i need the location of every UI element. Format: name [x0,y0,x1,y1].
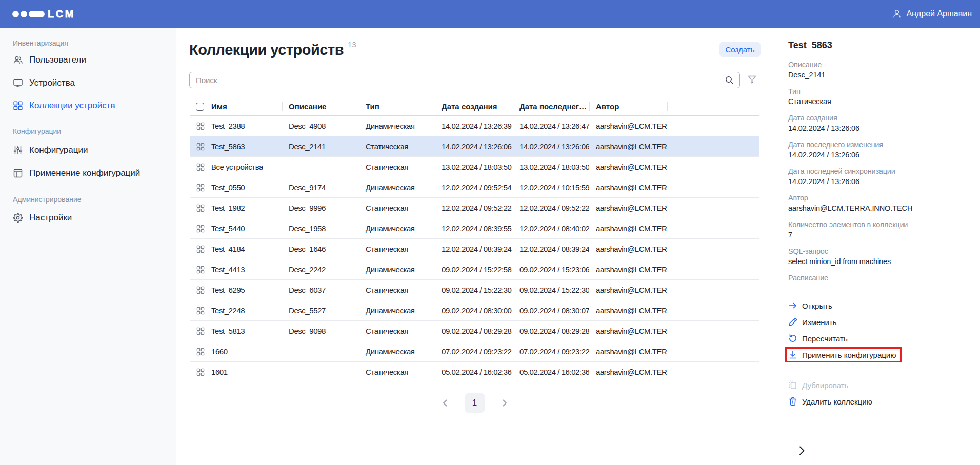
next-page-button[interactable] [499,398,510,408]
grid-icon [13,100,23,111]
table-row[interactable]: Test_4413Desc_2242Динамическая09.02.2024… [190,259,759,280]
grid-handle-icon [196,348,205,356]
detail-field: Дата создания14.02.2024 / 13:26:06 [788,113,973,139]
cell-author: aarshavin@LCM.TERRA.INNO.TECH [589,300,667,320]
sidebar-item-devices[interactable]: Устройства [13,72,75,94]
cell-name: Test_5863 [190,136,282,156]
search-icon[interactable] [725,75,734,87]
cell-description: Desc_1646 [282,239,359,259]
cell-type: Динамическая [359,177,435,197]
user-menu[interactable]: Андрей Аршавин [892,9,972,19]
cell-author: aarshavin@LCM.TERRA.INNO.TECH [589,177,667,197]
cell-extra [667,136,759,156]
cell-extra [667,177,759,197]
table-row[interactable]: Test_5863Desc_2141Статическая14.02.2024 … [190,136,759,157]
title-row: Коллекции устройств 13 [189,41,356,58]
action-copy: Дублировать [788,377,973,393]
table-row[interactable]: Test_5440Desc_1958Динамическая12.02.2024… [190,218,759,239]
cell-description: Desc_4908 [282,116,359,136]
arrow-right-icon [788,301,797,310]
field-value: aarshavin@LCM.TERRA.INNO.TECH [788,203,973,214]
grid-handle-icon [196,368,205,376]
cell-extra [667,280,759,300]
search-bar [189,72,740,88]
action-arrow-right[interactable]: Открыть [788,297,973,314]
header-author: Автор [589,97,667,115]
sidebar-item-label: Пользователи [29,55,86,65]
panel-collapse-button[interactable] [795,444,808,457]
table-row[interactable]: 1660Динамическая07.02.2024 / 09:23:2207.… [190,341,759,362]
table-row[interactable]: Все устройстваСтатическая13.02.2024 / 18… [190,157,759,177]
grid-handle-icon [196,225,205,233]
sidebar-item-label: Настройки [29,213,72,223]
sidebar-section-configurations: Конфигурации [13,127,61,136]
logo-pill-icon [29,11,45,17]
cell-description: Desc_6037 [282,280,359,300]
action-pencil[interactable]: Изменить [788,314,973,330]
select-all-checkbox[interactable] [196,103,204,111]
brand-name: LCM [48,8,75,20]
detail-field: Расписание [788,273,973,299]
sidebar-item-settings[interactable]: Настройки [13,207,72,229]
sidebar-item-users[interactable]: Пользователи [13,49,86,71]
cell-modified: 12.02.2024 / 08:39:24 [513,239,589,259]
cell-modified: 13.02.2024 / 18:03:50 [513,157,589,177]
table-row[interactable]: 1601Статическая05.02.2024 / 16:02:3605.0… [190,362,759,382]
collections-table: Имя Описание Тип Дата создания Дата посл… [190,97,759,382]
table-row[interactable]: Test_1982Desc_9996Статическая12.02.2024 … [190,198,759,218]
cell-modified: 07.02.2024 / 09:23:22 [513,341,589,361]
cell-author: aarshavin@LCM.TERRA.INNO.TECH [589,136,667,156]
cell-author: aarshavin@LCM.TERRA.INNO.TECH [589,321,667,341]
grid-handle-icon [196,245,205,253]
grid-handle-icon [196,184,205,192]
cell-description [282,157,359,177]
table-row[interactable]: Test_5813Desc_9098Статическая09.02.2024 … [190,321,759,341]
cell-description: Desc_9174 [282,177,359,197]
search-input[interactable] [189,72,740,88]
action-refresh[interactable]: Пересчитать [788,330,973,347]
sidebar-section-administration: Администрирование [13,195,82,204]
table-row[interactable]: Test_2248Desc_5527Динамическая09.02.2024… [190,300,759,321]
create-button[interactable]: Создать [719,42,761,57]
cell-modified: 09.02.2024 / 15:22:30 [513,280,589,300]
cell-type: Статическая [359,198,435,218]
cell-extra [667,321,759,341]
header-type: Тип [359,97,435,115]
detail-field: Дата последней синхронизации14.02.2024 /… [788,166,973,193]
cell-name: Test_5440 [190,218,282,238]
sidebar-item-configurations[interactable]: Конфигурации [13,139,88,161]
page-number-button[interactable]: 1 [465,393,485,413]
filter-icon[interactable] [748,75,756,86]
cell-name: Test_6295 [190,280,282,300]
action-trash[interactable]: Удалить коллекцию [788,393,973,410]
field-value: select minion_id from machines [788,256,973,267]
grid-handle-icon [196,266,205,274]
field-label: Дата создания [788,113,973,123]
sidebar-item-device-collections[interactable]: Коллекции устройств [13,94,115,117]
sidebar: Инвентаризация Пользователи Устройства [0,28,176,465]
field-value: 7 [788,230,973,240]
top-bar: LCM Андрей Аршавин [0,0,980,28]
cell-extra [667,300,759,320]
header-created: Дата создания [435,97,513,115]
sidebar-item-apply-configurations[interactable]: Применение конфигураций [13,162,140,185]
cell-type: Статическая [359,362,435,382]
cell-created: 12.02.2024 / 09:52:54 [435,177,513,197]
cell-name: Все устройства [190,157,282,177]
table-row[interactable]: Test_6295Desc_6037Статическая09.02.2024 … [190,280,759,300]
detail-field: Авторaarshavin@LCM.TERRA.INNO.TECH [788,193,973,219]
sidebar-item-label: Устройства [29,78,75,88]
action-download[interactable]: Применить конфигурацию [785,347,902,362]
field-label: SQL-запрос [788,246,973,256]
prev-page-button[interactable] [440,398,450,408]
table-row[interactable]: Test_2388Desc_4908Динамическая14.02.2024… [190,116,759,136]
action-label: Пересчитать [802,334,848,343]
cell-modified: 14.02.2024 / 13:26:47 [513,116,589,136]
detail-field: Дата последнего изменения14.02.2024 / 13… [788,139,973,166]
cell-description: Desc_9996 [282,198,359,218]
record-count-badge: 13 [348,40,356,49]
field-label: Расписание [788,273,973,283]
cell-description: Desc_2141 [282,136,359,156]
table-row[interactable]: Test_4184Desc_1646Статическая12.02.2024 … [190,239,759,259]
table-row[interactable]: Test_0550Desc_9174Динамическая12.02.2024… [190,177,759,198]
